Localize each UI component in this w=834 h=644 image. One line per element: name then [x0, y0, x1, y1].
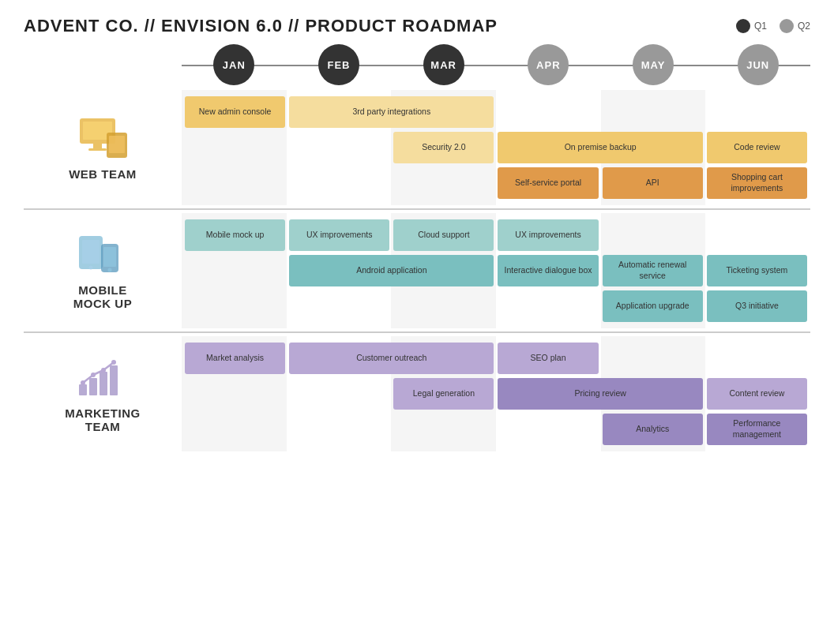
mobile-team-icon — [77, 231, 129, 277]
svg-point-19 — [111, 360, 116, 365]
task-self-service-portal: Self-service portal — [498, 167, 598, 199]
task-market-analysis: Market analysis — [185, 343, 285, 374]
month-badge-feb: FEB — [318, 44, 359, 85]
legend-q2-dot — [780, 19, 794, 33]
header: ADVENT CO. // ENVISION 6.0 // PRODUCT RO… — [24, 16, 810, 36]
svg-rect-15 — [110, 365, 118, 395]
svg-rect-5 — [109, 136, 125, 153]
svg-rect-3 — [88, 148, 107, 151]
legend-q2: Q2 — [780, 19, 810, 33]
task-shopping-cart: Shopping cart improvements — [707, 167, 807, 199]
task-analytics: Analytics — [603, 414, 703, 445]
svg-rect-10 — [103, 247, 116, 267]
svg-rect-12 — [79, 384, 87, 395]
task-ticketing-system: Ticketing system — [707, 255, 807, 286]
month-jun: JUN — [705, 44, 810, 85]
svg-point-16 — [81, 380, 85, 385]
month-may: MAY — [601, 44, 706, 85]
web-team-icon — [73, 115, 133, 161]
month-badge-may: MAY — [633, 44, 674, 85]
legend-q1: Q1 — [736, 19, 767, 33]
task-mobile-mockup: Mobile mock up — [185, 219, 285, 251]
marketing-team-icon — [75, 354, 130, 400]
mobile-team-tasks: Mobile mock up UX improvements Cloud sup… — [182, 213, 810, 328]
task-on-premise-backup: On premise backup — [498, 132, 702, 163]
marketing-team-grid: Market analysis Customer outreach SEO pl… — [182, 336, 810, 451]
task-automatic-renewal: Automatic renewal service — [603, 255, 703, 286]
task-legal-generation: Legal generation — [393, 378, 494, 410]
task-ux-improvements-2: UX improvements — [498, 219, 598, 251]
svg-point-17 — [91, 373, 96, 377]
page: ADVENT CO. // ENVISION 6.0 // PRODUCT RO… — [0, 0, 834, 644]
svg-rect-14 — [100, 372, 107, 395]
month-badge-apr: APR — [528, 44, 569, 85]
month-badge-mar: MAR — [423, 44, 464, 85]
task-interactive-dialogue: Interactive dialogue box — [498, 255, 598, 286]
month-badge-jan: JAN — [213, 44, 254, 85]
task-api: API — [603, 167, 703, 199]
legend: Q1 Q2 — [736, 19, 810, 33]
legend-q1-dot — [736, 19, 750, 33]
task-3rd-party-integrations: 3rd party integrations — [289, 96, 494, 128]
svg-rect-7 — [82, 240, 100, 264]
task-performance-management: Performance management — [707, 414, 807, 445]
task-seo-plan: SEO plan — [498, 343, 598, 374]
web-team-label: WEB TEAM — [24, 90, 182, 205]
task-pricing-review: Pricing review — [498, 378, 702, 410]
month-badge-jun: JUN — [738, 44, 779, 85]
marketing-team-tasks: Market analysis Customer outreach SEO pl… — [182, 336, 810, 451]
marketing-team-label: MARKETINGTEAM — [24, 336, 182, 451]
task-security-2: Security 2.0 — [393, 132, 494, 163]
web-team-section: WEB TEAM New admin console 3rd party int… — [24, 90, 810, 205]
month-jan: JAN — [182, 44, 287, 85]
marketing-team-name: MARKETINGTEAM — [65, 406, 140, 433]
divider-1 — [24, 208, 810, 210]
months-row: JAN FEB MAR APR MAY JUN — [182, 44, 810, 85]
task-ux-improvements-1: UX improvements — [289, 219, 389, 251]
svg-point-11 — [107, 268, 111, 272]
task-application-upgrade: Application upgrade — [603, 290, 703, 322]
task-q3-initiative: Q3 initiative — [707, 290, 807, 322]
legend-q2-label: Q2 — [798, 21, 810, 32]
mobile-team-label: MOBILEMOCK UP — [24, 213, 182, 328]
marketing-team-section: MARKETINGTEAM Market analysis Customer o… — [24, 336, 810, 451]
svg-point-18 — [101, 368, 106, 373]
web-team-tasks: New admin console 3rd party integrations… — [182, 90, 810, 205]
task-cloud-support: Cloud support — [393, 219, 494, 251]
legend-q1-label: Q1 — [754, 21, 767, 32]
divider-2 — [24, 331, 810, 333]
svg-rect-2 — [93, 144, 102, 148]
page-title: ADVENT CO. // ENVISION 6.0 // PRODUCT RO… — [24, 16, 498, 36]
task-customer-outreach: Customer outreach — [289, 343, 494, 374]
svg-point-8 — [88, 266, 92, 270]
mobile-team-grid: Mobile mock up UX improvements Cloud sup… — [182, 213, 810, 328]
month-apr: APR — [496, 44, 601, 85]
task-new-admin-console: New admin console — [185, 96, 285, 128]
task-code-review: Code review — [707, 132, 807, 163]
task-android-application: Android application — [289, 255, 494, 286]
mobile-team-section: MOBILEMOCK UP Mobile mock up UX improvem… — [24, 213, 810, 328]
web-team-grid: New admin console 3rd party integrations… — [182, 90, 810, 205]
svg-rect-13 — [89, 378, 97, 395]
mobile-team-name: MOBILEMOCK UP — [73, 283, 132, 310]
web-team-name: WEB TEAM — [69, 167, 137, 181]
task-content-review: Content review — [707, 378, 807, 410]
month-mar: MAR — [391, 44, 496, 85]
month-feb: FEB — [287, 44, 392, 85]
